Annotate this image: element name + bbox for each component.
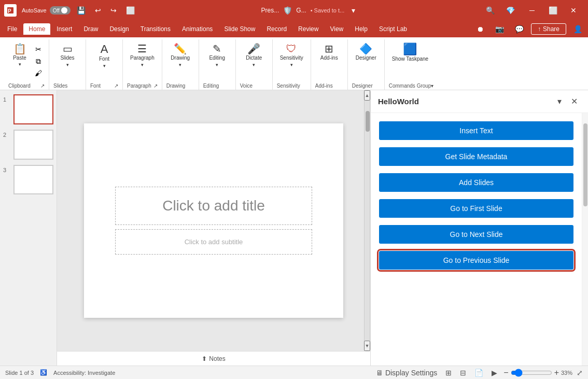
record-icon[interactable]: ⏺	[472, 22, 488, 36]
camera-icon[interactable]: 📷	[492, 22, 508, 36]
scrollbar-track	[582, 113, 588, 366]
font-button[interactable]: A Font ▾	[90, 41, 118, 71]
toggle-label: Off	[53, 8, 60, 13]
search-button[interactable]: 🔍	[482, 4, 499, 17]
redo-button[interactable]: ↪	[107, 4, 120, 17]
close-button[interactable]: ✕	[563, 0, 584, 21]
designer-footer: Designer	[352, 83, 380, 90]
add-slides-button[interactable]: Add Slides	[379, 173, 573, 192]
slide-thumb-3[interactable]: 3	[3, 165, 53, 195]
status-bar: Slide 1 of 3 ♿ Accessibility: Investigat…	[0, 366, 588, 379]
menu-slideshow[interactable]: Slide Show	[219, 23, 260, 35]
slide-preview-1[interactable]	[13, 94, 53, 124]
slide-thumb-2[interactable]: 2	[3, 130, 53, 160]
addins-button[interactable]: ⊞ Add-ins	[315, 41, 343, 63]
display-settings-icon: 🖥	[376, 369, 383, 377]
undo-button[interactable]: ↩	[92, 4, 104, 17]
dictate-label: Dictate	[246, 55, 262, 61]
drawing-footer: Drawing	[166, 83, 194, 90]
fit-to-window-button[interactable]: ⤢	[577, 369, 583, 377]
subtitle-placeholder[interactable]: Click to add subtitle	[115, 229, 312, 255]
zoom-in-button[interactable]: +	[554, 368, 559, 377]
paragraph-expand[interactable]: ↗	[153, 83, 158, 89]
scroll-up-arrow[interactable]: ▲	[364, 90, 370, 101]
scrollbar-thumb[interactable]	[583, 123, 587, 206]
reading-view-button[interactable]: 📄	[472, 368, 485, 378]
menu-review[interactable]: Review	[293, 23, 324, 35]
zoom-out-button[interactable]: −	[503, 368, 508, 377]
menu-scriptlab[interactable]: Script Lab	[374, 23, 412, 35]
svg-text:P: P	[8, 8, 11, 14]
slides-button[interactable]: ▭ Slides ▾	[53, 41, 81, 69]
comment-icon[interactable]: 💬	[511, 22, 528, 36]
slide-preview-3[interactable]	[13, 165, 53, 195]
menu-file[interactable]: File	[2, 23, 22, 35]
canvas-vertical-scrollbar[interactable]: ▲ ▼	[364, 90, 370, 351]
go-to-next-slide-button[interactable]: Go to Next Slide	[379, 225, 573, 244]
editing-items: ✎ Editing ▾	[203, 39, 231, 83]
pane-close-button[interactable]: ✕	[568, 95, 581, 107]
get-slide-metadata-button[interactable]: Get Slide Metadata	[379, 147, 573, 166]
canvas-area: Click to add title Click to add subtitle…	[57, 90, 370, 351]
menu-insert[interactable]: Insert	[51, 23, 77, 35]
zoom-slider[interactable]	[511, 369, 552, 377]
save-button[interactable]: 💾	[74, 4, 89, 17]
sensitivity-button[interactable]: 🛡 Sensitivity ▾	[277, 41, 306, 69]
customize-button[interactable]: ⬜	[123, 4, 138, 17]
title-bar: P AutoSave Off 💾 ↩ ↪ ⬜ Pres... 🛡️ G... •…	[0, 0, 588, 21]
menu-view[interactable]: View	[325, 23, 348, 35]
designer-label: Designer	[356, 55, 376, 61]
ribbon-group-addins: ⊞ Add-ins Add-ins	[311, 39, 348, 90]
canvas-wrapper: Click to add title Click to add subtitle…	[57, 90, 370, 366]
scroll-down-arrow[interactable]: ▼	[364, 341, 370, 351]
copy-button[interactable]: ⧉	[32, 55, 45, 67]
pane-collapse-button[interactable]: ▾	[554, 95, 565, 107]
dictate-button[interactable]: 🎤 Dictate ▾	[240, 41, 268, 69]
editing-button[interactable]: ✎ Editing ▾	[203, 41, 231, 69]
minimize-button[interactable]: ─	[522, 0, 542, 21]
show-taskpane-button[interactable]: 🟦 Show Taskpane	[389, 41, 431, 64]
display-settings-button[interactable]: 🖥 Display Settings	[374, 368, 439, 378]
title-placeholder[interactable]: Click to add title	[115, 187, 312, 225]
saved-dropdown[interactable]: ▾	[348, 4, 358, 17]
notes-label: ⬆ Notes	[202, 355, 225, 362]
go-to-previous-slide-button[interactable]: Go to Previous Slide	[379, 251, 573, 270]
paragraph-button[interactable]: ☰ Paragraph ▾	[127, 41, 158, 69]
scroll-thumb[interactable]	[366, 111, 370, 132]
font-expand[interactable]: ↗	[114, 83, 118, 89]
editing-label: Editing	[209, 55, 225, 61]
drawing-button[interactable]: ✏️ Drawing ▾	[166, 41, 194, 69]
slideshow-button[interactable]: ▶	[489, 368, 499, 378]
cut-button[interactable]: ✂	[32, 44, 45, 55]
accessibility-label[interactable]: Accessibility: Investigate	[53, 370, 115, 376]
menu-design[interactable]: Design	[104, 23, 134, 35]
menu-animations[interactable]: Animations	[177, 23, 218, 35]
slide-info[interactable]: Slide 1 of 3	[5, 370, 34, 376]
designer-button[interactable]: 🔷 Designer	[352, 41, 380, 63]
share-button[interactable]: ↑ Share	[531, 23, 566, 35]
paste-button[interactable]: 📋 Paste ▾	[8, 41, 31, 69]
insert-text-button[interactable]: Insert Text	[379, 121, 573, 140]
slide-thumb-1[interactable]: 1	[3, 94, 53, 124]
slide-panel: 1 2 3	[0, 90, 57, 366]
autosave-toggle[interactable]: Off	[50, 6, 71, 15]
menu-record[interactable]: Record	[261, 23, 292, 35]
task-pane-scrollbar[interactable]	[582, 113, 588, 366]
restore-button[interactable]: ⬜	[542, 0, 563, 21]
go-to-first-slide-button[interactable]: Go to First Slide	[379, 199, 573, 218]
font-items: A Font ▾	[90, 39, 118, 83]
menu-draw[interactable]: Draw	[78, 23, 103, 35]
slide-sorter-button[interactable]: ⊟	[458, 368, 468, 378]
notes-expand-icon: ⬆	[202, 355, 207, 362]
menu-home[interactable]: Home	[23, 23, 50, 35]
diamond-icon[interactable]: 💎	[502, 4, 519, 17]
clipboard-expand[interactable]: ↗	[40, 83, 45, 89]
notes-bar[interactable]: ⬆ Notes	[57, 351, 370, 366]
profile-icon[interactable]: 👤	[569, 22, 586, 36]
menu-help[interactable]: Help	[349, 23, 373, 35]
menu-transitions[interactable]: Transitions	[135, 23, 176, 35]
normal-view-button[interactable]: ⊞	[443, 368, 454, 378]
format-painter-button[interactable]: 🖌	[32, 67, 45, 79]
commands-expand[interactable]: ▾	[431, 83, 433, 89]
slide-preview-2[interactable]	[13, 130, 53, 160]
